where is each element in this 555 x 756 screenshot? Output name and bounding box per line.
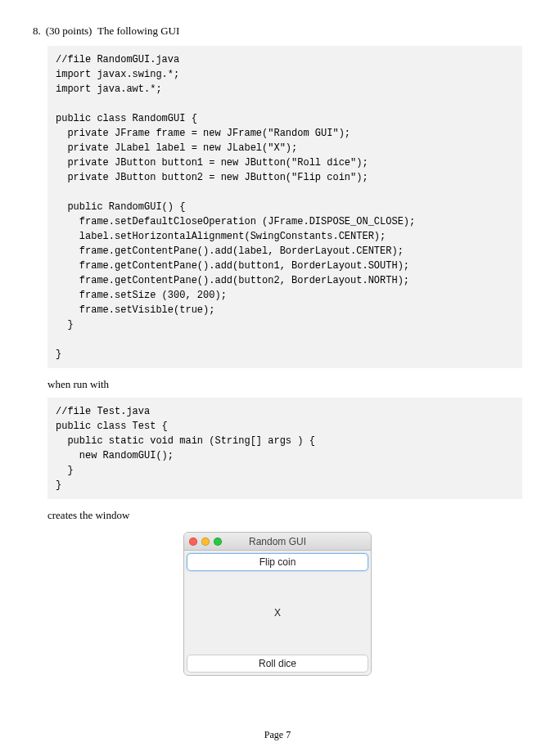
question-intro: The following GUI: [97, 25, 179, 38]
window-titlebar: Random GUI: [184, 533, 371, 551]
code-block-test: //file Test.java public class Test { pub…: [47, 398, 522, 499]
narrative-creates-window: creates the window: [47, 509, 522, 522]
center-label: X: [187, 571, 368, 655]
minimize-icon[interactable]: [201, 538, 210, 546]
narrative-when-run: when run with: [47, 378, 522, 391]
question-number: 8.: [33, 25, 41, 38]
gui-window: Random GUI Flip coin X Roll dice: [183, 532, 372, 676]
page-footer: Page 7: [0, 729, 555, 741]
close-icon[interactable]: [189, 538, 197, 546]
window-content: Flip coin X Roll dice: [184, 551, 371, 675]
question-header: 8. (30 points) The following GUI: [33, 25, 522, 38]
roll-dice-button[interactable]: Roll dice: [187, 655, 368, 673]
maximize-icon[interactable]: [214, 538, 222, 546]
traffic-lights: [189, 538, 222, 546]
flip-coin-button[interactable]: Flip coin: [187, 553, 368, 571]
code-block-randomgui: //file RandomGUI.java import javax.swing…: [47, 46, 522, 368]
question-points: (30 points): [46, 25, 92, 38]
